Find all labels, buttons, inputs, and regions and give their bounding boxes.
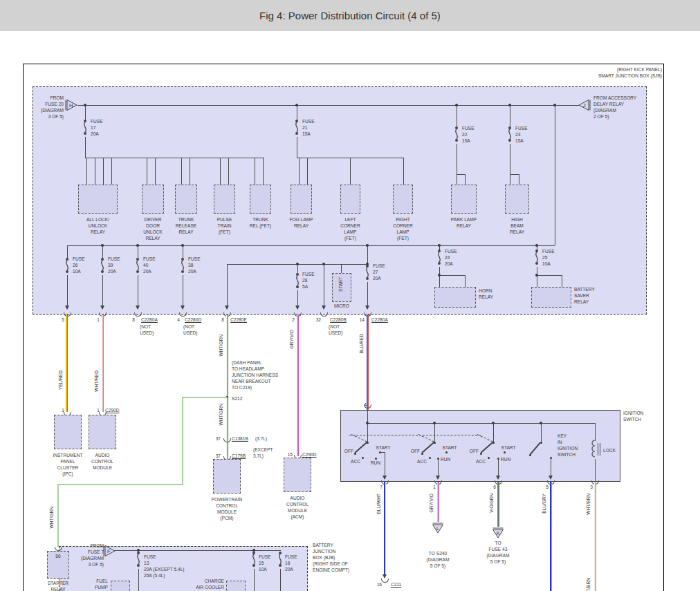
arrow-down-icon	[295, 306, 300, 310]
connector-arc-icon	[134, 312, 142, 317]
relay-label: HIGH BEAM RELAY	[499, 216, 535, 235]
pin-label: 8	[129, 317, 135, 323]
connector-triangle-j-icon: J	[577, 99, 591, 111]
not-used-label: (NOT USED)	[140, 323, 154, 336]
pin-label: 7	[376, 484, 383, 490]
seg	[510, 174, 510, 185]
connector-label: C2280B	[330, 317, 347, 323]
seg	[255, 158, 255, 185]
relay-label: LEFT CORNER LAMP (FET)	[333, 216, 367, 241]
wire-wht-grn-branch	[57, 484, 183, 485]
pin-label: 1	[430, 484, 436, 490]
pcm-box	[213, 459, 241, 494]
sjb-location-label: (RIGHT KICK PANEL) SMART JUNCTION BOX (S…	[484, 66, 662, 79]
seg	[85, 137, 86, 158]
pin-label: 5	[542, 484, 549, 490]
seg	[367, 423, 595, 424]
connector-label: C2280D	[185, 317, 201, 323]
pin-label: 6	[490, 484, 496, 490]
seg	[111, 158, 112, 185]
contact-dot	[354, 453, 356, 455]
fuse-13-symbol	[134, 551, 142, 569]
fuel-pump-relay-box	[111, 581, 130, 591]
ignition-switch-label: IGNITION SWITCH	[623, 410, 665, 422]
seg	[297, 105, 297, 120]
seg	[555, 105, 555, 245]
position-label: ACC	[472, 458, 489, 465]
seg	[519, 174, 519, 185]
wire-label: BLU/RED	[359, 334, 364, 354]
fuse-23-symbol	[506, 126, 514, 144]
fuse-38-symbol	[178, 257, 187, 275]
connector-arc-icon	[320, 312, 328, 317]
fuse-24-symbol	[435, 249, 443, 267]
engine-note: (3.7L)	[255, 435, 267, 442]
relay-high-beam-box	[505, 185, 529, 214]
fuel-pump-label: FUEL PUMP	[82, 578, 108, 590]
wire-wht-grn	[226, 315, 228, 397]
not-used-label: (NOT USED)	[183, 323, 198, 336]
wire-gry-vio	[297, 315, 299, 456]
pin-label: 3	[587, 484, 593, 490]
micro-label: MICRO	[331, 303, 353, 309]
pin-label: 8	[218, 317, 224, 323]
fuse-27-symbol	[363, 264, 371, 282]
triangle-letter: K	[497, 531, 500, 536]
relay-left-corner-box	[340, 185, 360, 214]
wire-blu-red	[367, 315, 369, 410]
connector-arc-icon	[223, 438, 231, 442]
position-label: START	[372, 444, 394, 451]
arrow-down-icon	[496, 476, 500, 480]
seg	[324, 264, 324, 309]
relay-label: TRUNK REL (FET)	[241, 216, 279, 229]
pin-label: 37	[212, 453, 221, 459]
fuse-15-label: FUSE 15 10A	[259, 554, 271, 572]
fuse-38-label: FUSE 38 20A	[188, 256, 201, 274]
fuse-28-symbol	[293, 272, 302, 290]
position-label: RUN	[367, 460, 384, 466]
page-title: Fig 4: Power Distribution Circuit (4 of …	[259, 10, 441, 21]
seg	[263, 158, 264, 185]
connector-label: C2280A	[371, 317, 388, 323]
connector-label: C2280A	[141, 317, 158, 323]
fuse-26-label: FUSE 26 10A	[73, 256, 85, 274]
relay-label: PULSE TRAIN (FET)	[206, 216, 243, 235]
seg	[220, 158, 221, 185]
fuse-16-symbol	[276, 551, 284, 569]
fuse-25-symbol	[533, 249, 541, 267]
relay-driver-door-unlock-box	[142, 185, 164, 214]
connector-label: C1381B	[232, 435, 248, 442]
connector-label: C175B	[232, 453, 246, 459]
wire-label: BLU/GRY	[542, 494, 546, 514]
pin-label: 86	[52, 553, 64, 559]
wire-blu-wht	[384, 482, 386, 576]
contact-dot	[480, 453, 482, 455]
triangle-letter: J	[583, 102, 586, 109]
connector-triangle-k-icon: K	[492, 527, 504, 538]
seg	[254, 569, 255, 591]
relay-all-lock-unlock-box	[78, 185, 118, 214]
relay-park-lamp-box	[451, 185, 477, 214]
position-label: OFF	[335, 448, 353, 454]
triangle-letter: H	[69, 102, 73, 109]
seg	[77, 105, 580, 106]
relay-pulse-train-box	[214, 185, 235, 214]
pcm-label: POWERTRAIN CONTROL MODULE (PCM)	[203, 496, 250, 521]
position-label: OFF	[402, 448, 420, 454]
wire-wht-red	[102, 315, 104, 412]
position-label: START	[439, 444, 461, 451]
pin-label: 37	[212, 435, 221, 442]
connector-arc-icon	[55, 547, 62, 551]
battery-saver-relay-label: BATTERY SAVER RELAY	[574, 286, 595, 305]
pin-label: 14	[356, 317, 365, 323]
seg	[299, 158, 300, 185]
not-used-label: (NOT USED)	[329, 323, 343, 336]
relay-right-corner-box	[393, 185, 413, 214]
seg	[67, 275, 68, 309]
pin-label: 32	[313, 317, 321, 323]
relay-label: TRUNK RELEASE RELAY	[167, 216, 205, 235]
wire-label: WHT/GRN	[219, 335, 223, 357]
arrow-down-icon	[100, 306, 104, 310]
contact-dot	[445, 451, 448, 453]
relay-trunk-release-box	[175, 185, 197, 214]
